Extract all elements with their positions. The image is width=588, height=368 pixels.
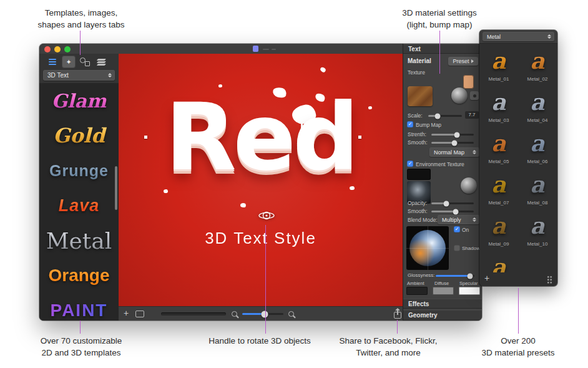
material-preset-partial[interactable]: a	[479, 251, 518, 272]
smooth2-slider[interactable]	[431, 211, 474, 212]
template-item-glam[interactable]: Glam	[39, 83, 119, 118]
zoom-slider[interactable]	[242, 313, 283, 315]
bump-map-label: Bump Map	[416, 122, 441, 128]
blend-mode-label: Blend Mode:	[408, 217, 438, 223]
check-icon: ✓	[408, 122, 413, 127]
texture-options-button[interactable]	[470, 91, 479, 100]
light-on-label: On	[462, 227, 469, 233]
material-preset[interactable]: aMetal_01	[479, 45, 518, 86]
annotation-rotate-handle: Handle to rotate 3D objects	[191, 335, 328, 347]
share-button[interactable]	[393, 309, 402, 319]
sidebar-scrollbar[interactable]	[115, 166, 117, 210]
document-icon	[253, 46, 258, 52]
shadow-checkbox[interactable]	[454, 245, 460, 251]
dropdown-stepper-icon	[471, 216, 478, 224]
dropdown-stepper-icon	[106, 72, 113, 79]
add-layer-button[interactable]: +	[124, 308, 129, 318]
template-item-metal[interactable]: Metal	[39, 223, 119, 258]
template-type-value: 3D Text	[47, 72, 69, 79]
section-geometry[interactable]: Geometry	[403, 310, 482, 321]
bump-map-checkbox[interactable]: ✓	[407, 121, 413, 127]
material-preset[interactable]: aMetal_06	[518, 127, 557, 169]
material-preset-button[interactable]: Preset	[448, 57, 478, 66]
presets-header: Metal	[479, 30, 557, 44]
environment-texture-label: Environment Texture	[416, 161, 464, 167]
template-item-grunge[interactable]: Grunge	[39, 153, 119, 188]
tab-templates[interactable]	[46, 56, 59, 68]
material-preset[interactable]: aMetal_05	[479, 127, 518, 169]
zoom-out-icon[interactable]	[232, 311, 237, 317]
zoom-in-icon[interactable]	[288, 311, 294, 317]
light-on-checkbox[interactable]: ✓	[454, 226, 460, 232]
material-label: Material	[408, 57, 431, 64]
drag-grip-icon[interactable]	[547, 276, 552, 284]
section-text[interactable]: Text	[403, 44, 482, 54]
material-preset[interactable]: aMetal_03	[479, 86, 518, 127]
smooth-slider[interactable]	[431, 142, 474, 144]
template-item-lava[interactable]: Lava	[39, 188, 119, 223]
selection-handle[interactable]	[144, 136, 147, 139]
tab-layers[interactable]	[94, 56, 108, 68]
minimize-window-button[interactable]	[54, 46, 61, 52]
strength-slider[interactable]	[431, 134, 474, 136]
material-preset[interactable]: aMetal_07	[479, 169, 518, 210]
template-item-orange[interactable]: Orange	[39, 258, 119, 293]
texture-label: Texture	[408, 69, 425, 76]
material-category-value: Metal	[487, 34, 501, 40]
template-item-gold[interactable]: Gold	[39, 118, 119, 153]
titlebar-decoration	[272, 49, 276, 50]
ambient-color-swatch[interactable]	[406, 287, 428, 295]
diffuse-color-swatch[interactable]	[433, 287, 454, 295]
light-direction-widget[interactable]	[406, 226, 449, 270]
material-preset[interactable]: aMetal_04	[518, 86, 557, 127]
material-preset[interactable]: aMetal_08	[518, 169, 557, 210]
section-effects[interactable]: Effects	[403, 299, 482, 309]
title-bar[interactable]	[39, 44, 403, 54]
strength-label: Strenth:	[408, 131, 426, 137]
timeline-track[interactable]	[161, 312, 226, 316]
canvas-area[interactable]: Red 3D Text Style	[119, 54, 403, 306]
annotation-material: 3D material settings (light, bump map)	[371, 7, 508, 31]
material-preset[interactable]: aMetal_10	[518, 210, 557, 251]
scale-value-field[interactable]: 7.7	[465, 111, 479, 119]
specular-color-swatch[interactable]	[459, 287, 480, 295]
zoom-window-button[interactable]	[64, 46, 71, 52]
environment-color-well[interactable]	[407, 169, 431, 180]
scale-slider-knob[interactable]	[435, 113, 441, 119]
disclosure-arrow-icon	[471, 59, 474, 63]
check-icon: ✓	[455, 227, 459, 232]
selection-handle[interactable]	[358, 136, 361, 139]
template-item-paint[interactable]: PAINT	[39, 293, 119, 321]
material-preset[interactable]: aMetal_09	[479, 210, 518, 251]
presets-grid: aMetal_01 aMetal_02 aMetal_03 aMetal_04 …	[479, 45, 557, 272]
dropdown-stepper-icon	[546, 33, 552, 41]
presets-footer: +	[479, 272, 557, 286]
material-category-dropdown[interactable]: Metal	[483, 32, 554, 41]
blend-mode-dropdown[interactable]: Multiply	[438, 215, 479, 224]
material-color-swatch[interactable]	[463, 75, 474, 89]
canvas-size-icon[interactable]	[135, 311, 144, 317]
scale-slider[interactable]	[428, 115, 462, 117]
annotation-line	[397, 320, 398, 334]
rotate-3d-handle[interactable]	[258, 209, 275, 222]
zoom-slider-knob[interactable]	[261, 311, 268, 317]
annotation-presets-count: Over 200 3D material presets	[449, 335, 587, 359]
glossyness-slider[interactable]	[436, 275, 474, 277]
annotation-share: Share to Facebook, Flickr, Twitter, and …	[320, 335, 457, 359]
environment-texture-checkbox[interactable]: ✓	[407, 161, 413, 167]
material-presets-panel: Metal aMetal_01 aMetal_02 aMetal_03 aMet…	[479, 30, 557, 286]
layers-icon	[97, 57, 105, 66]
opacity-slider[interactable]	[431, 202, 474, 204]
diffuse-label: Diffuse	[434, 281, 449, 286]
texture-thumbnail[interactable]	[408, 86, 433, 106]
material-sphere-preview	[451, 87, 468, 104]
inspector-panel: Text Material Preset Texture Scale: 7.7 …	[403, 44, 482, 321]
add-material-button[interactable]: +	[484, 273, 489, 283]
canvas-subtitle-text[interactable]: 3D Text Style	[119, 229, 403, 248]
material-preset[interactable]: aMetal_02	[518, 45, 557, 86]
template-type-dropdown[interactable]: 3D Text	[43, 70, 115, 81]
tab-shapes[interactable]	[78, 56, 92, 68]
normal-map-dropdown[interactable]: Normal Map	[429, 147, 479, 157]
tab-images[interactable]: ✦	[62, 56, 76, 68]
close-window-button[interactable]	[44, 46, 51, 52]
